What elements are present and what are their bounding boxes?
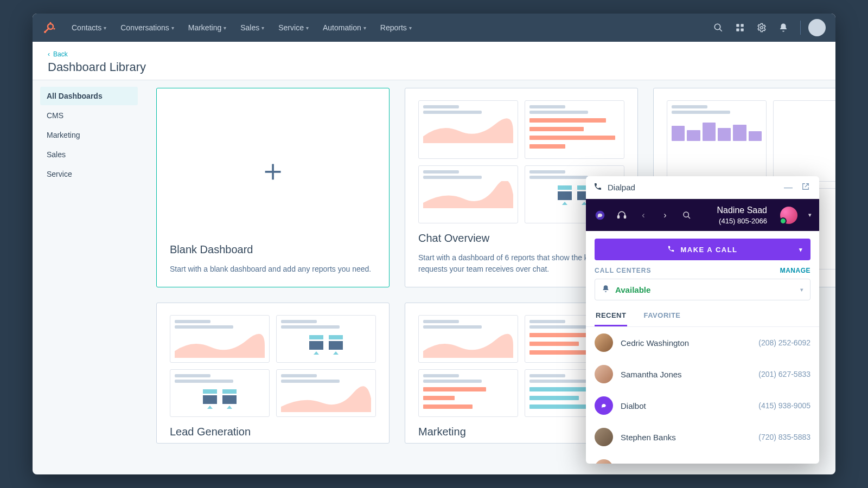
nav-label: Contacts	[72, 23, 101, 32]
sidebar-item-cms[interactable]: CMS	[40, 106, 138, 125]
chevron-down-icon: ▾	[104, 25, 106, 31]
marketplace-icon[interactable]	[731, 18, 749, 37]
nav-label: Marketing	[188, 23, 221, 32]
nav-label: Reports	[380, 23, 407, 32]
svg-rect-10	[741, 29, 744, 31]
bot-avatar-icon	[595, 396, 613, 415]
chevron-left-icon: ‹	[48, 50, 50, 58]
avatar[interactable]	[808, 19, 826, 36]
sidebar-item-marketing[interactable]: Marketing	[40, 126, 138, 144]
contact-row[interactable]: Samantha Jones (201) 627-5833	[586, 358, 819, 390]
gear-icon[interactable]	[752, 18, 771, 37]
card-thumbnails	[170, 315, 376, 417]
card-blank-dashboard[interactable]: ＋ Blank Dashboard Start with a blank das…	[156, 88, 390, 287]
svg-point-2	[44, 31, 46, 33]
headset-icon[interactable]	[615, 209, 628, 222]
svg-rect-13	[618, 215, 620, 218]
nav-sales[interactable]: Sales▾	[235, 23, 270, 32]
dialpad-titlebar[interactable]: Dialpad —	[586, 176, 819, 199]
popout-icon[interactable]	[800, 183, 812, 192]
nav-automation[interactable]: Automation▾	[317, 23, 372, 32]
manage-link[interactable]: MANAGE	[780, 267, 810, 274]
card-lead-generation[interactable]: Lead Generation	[156, 303, 390, 444]
page-title: Dashboard Library	[48, 60, 820, 74]
svg-point-4	[53, 28, 55, 29]
svg-point-3	[49, 22, 51, 23]
dialpad-title-label: Dialpad	[608, 183, 635, 192]
svg-line-6	[719, 29, 722, 31]
contact-name: Stephen Banks	[621, 433, 751, 442]
contact-list: Cedric Washington (208) 252-6092 Samanth…	[586, 327, 819, 464]
contact-phone: (720) 835-5883	[758, 433, 810, 441]
nav-label: Service	[278, 23, 304, 32]
svg-line-16	[688, 216, 690, 219]
dialpad-logo-icon[interactable]	[593, 209, 607, 222]
dialpad-widget: Dialpad — ‹ › Nadine Saad (415) 805-2066…	[586, 176, 819, 464]
status-select[interactable]: Available ▾	[595, 279, 810, 300]
contact-row[interactable]: Samantha Jones (201) 627-5833	[586, 453, 819, 464]
chevron-left-icon[interactable]: ‹	[637, 209, 650, 222]
svg-rect-14	[624, 215, 626, 218]
avatar	[595, 428, 613, 446]
chevron-down-icon[interactable]: ▾	[808, 211, 812, 219]
avatar	[595, 333, 613, 352]
chevron-down-icon: ▾	[409, 25, 412, 31]
nav-label: Automation	[323, 23, 361, 32]
dialpad-action-area: MAKE A CALL ▾	[586, 231, 819, 265]
contact-name: Samantha Jones	[621, 370, 751, 379]
back-label: Back	[53, 50, 68, 58]
page-header: ‹ Back Dashboard Library	[33, 42, 835, 80]
sidebar-item-all[interactable]: All Dashboards	[40, 87, 138, 105]
chevron-down-icon: ▾	[261, 25, 264, 31]
avatar	[595, 365, 613, 383]
nav-service[interactable]: Service▾	[273, 23, 314, 32]
search-icon[interactable]	[680, 209, 693, 222]
chevron-down-icon: ▾	[171, 25, 174, 31]
search-icon[interactable]	[709, 18, 727, 37]
make-call-button[interactable]: MAKE A CALL ▾	[595, 239, 810, 260]
dialpad-tabs: RECENT FAVORITE	[586, 306, 819, 327]
contact-row[interactable]: Cedric Washington (208) 252-6092	[586, 327, 819, 358]
contact-name: Cedric Washington	[621, 338, 751, 348]
tab-favorite[interactable]: FAVORITE	[642, 306, 681, 326]
svg-rect-8	[741, 24, 744, 27]
svg-point-15	[684, 212, 688, 217]
minimize-icon[interactable]: —	[782, 183, 794, 192]
svg-point-5	[714, 24, 720, 30]
phone-icon	[593, 182, 602, 192]
plus-icon: ＋	[258, 155, 288, 185]
back-link[interactable]: ‹ Back	[48, 50, 820, 58]
chevron-down-icon: ▾	[363, 25, 366, 31]
contact-row[interactable]: Stephen Banks (720) 835-5883	[586, 421, 819, 453]
avatar[interactable]	[780, 207, 797, 224]
nav-reports[interactable]: Reports▾	[375, 23, 417, 32]
contact-name: Dialbot	[621, 401, 751, 410]
svg-rect-9	[736, 29, 739, 31]
nav-marketing[interactable]: Marketing▾	[183, 23, 232, 32]
nav-conversations[interactable]: Conversations▾	[115, 23, 180, 32]
bell-icon[interactable]	[774, 18, 793, 37]
user-name: Nadine Saad	[717, 204, 767, 216]
contact-phone: (415) 938-9005	[758, 401, 810, 410]
user-phone: (415) 805-2066	[717, 216, 767, 226]
nav-label: Sales	[240, 23, 259, 32]
tab-recent[interactable]: RECENT	[595, 306, 627, 326]
chevron-down-icon: ▾	[799, 246, 803, 253]
hubspot-logo-icon[interactable]	[42, 21, 56, 35]
top-nav: Contacts▾ Conversations▾ Marketing▾ Sale…	[33, 14, 835, 42]
nav-contacts[interactable]: Contacts▾	[66, 23, 112, 32]
status-label: Available	[615, 285, 650, 294]
call-centers-row: CALL CENTERS MANAGE	[586, 265, 819, 277]
avatar	[595, 459, 613, 464]
contact-phone: (201) 627-5833	[758, 370, 810, 378]
contact-phone: (208) 252-6092	[758, 338, 810, 347]
sidebar-item-service[interactable]: Service	[40, 165, 138, 183]
card-title: Blank Dashboard	[170, 243, 376, 256]
sidebar-item-sales[interactable]: Sales	[40, 145, 138, 164]
dialpad-header: ‹ › Nadine Saad (415) 805-2066 ▾	[586, 199, 819, 231]
contact-row[interactable]: Dialbot (415) 938-9005	[586, 390, 819, 421]
svg-rect-7	[736, 24, 739, 27]
chevron-right-icon[interactable]: ›	[659, 209, 672, 222]
make-call-label: MAKE A CALL	[680, 246, 737, 254]
nav-label: Conversations	[120, 23, 169, 32]
